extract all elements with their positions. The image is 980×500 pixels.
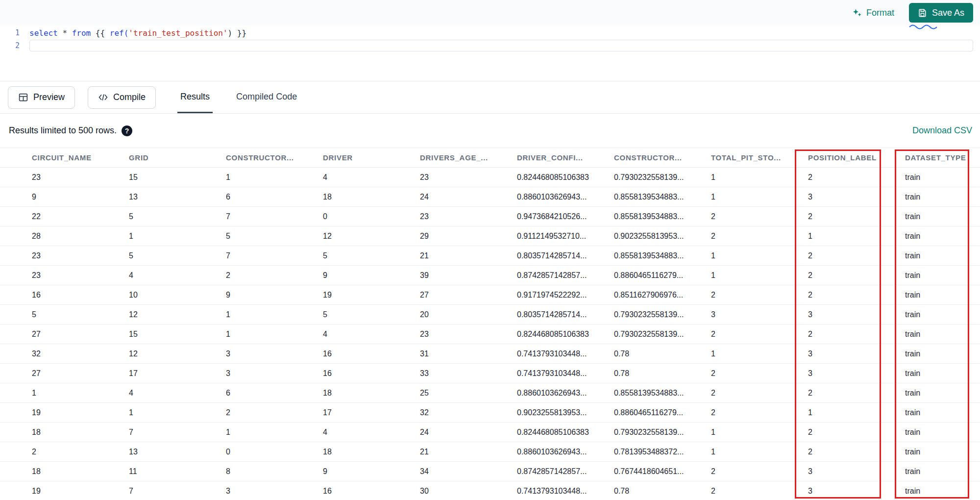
table-cell: 18 <box>323 389 420 398</box>
table-cell: 0.8860103626943... <box>517 193 614 201</box>
table-cell: 16 <box>323 369 420 378</box>
table-row[interactable]: 1610919270.9171974522292...0.85116279069… <box>0 285 980 305</box>
table-cell: 16 <box>323 350 420 358</box>
table-row[interactable]: 271514230.8244680851063830.7930232558139… <box>0 325 980 344</box>
table-cell: 17 <box>323 408 420 417</box>
table-row[interactable]: 14618250.8860103626943...0.8558139534883… <box>0 383 980 403</box>
preview-button[interactable]: Preview <box>8 86 75 109</box>
table-cell: 39 <box>420 271 517 280</box>
table-cell: 29 <box>420 232 517 241</box>
code-content[interactable]: select * from {{ ref('train_test_positio… <box>29 27 973 39</box>
column-header[interactable]: CONSTRUCTOR... <box>226 153 323 162</box>
table-cell: 12 <box>129 310 226 319</box>
table-cell: train <box>905 428 980 437</box>
code-editor[interactable]: 1select * from {{ ref('train_test_positi… <box>0 25 980 81</box>
table-cell: 23 <box>32 251 129 260</box>
table-cell: 19 <box>323 291 420 300</box>
table-cell: 9 <box>226 291 323 300</box>
compile-button-label: Compile <box>113 92 146 102</box>
table-cell: 1 <box>808 232 905 241</box>
table-cell: 0.8035714285714... <box>517 310 614 319</box>
table-cell: 23 <box>32 173 129 182</box>
column-header[interactable]: DRIVERS_AGE_... <box>420 153 517 162</box>
column-header[interactable]: GRID <box>129 153 226 162</box>
table-cell: 2 <box>226 271 323 280</box>
table-cell: train <box>905 193 980 201</box>
table-row[interactable]: 51215200.8035714285714...0.7930232558139… <box>0 305 980 325</box>
table-cell: 0.7930232558139... <box>614 428 711 437</box>
code-content[interactable] <box>29 40 973 51</box>
table-row[interactable]: 18714240.8244680851063830.7930232558139.… <box>0 423 980 442</box>
download-csv-link[interactable]: Download CSV <box>912 125 972 136</box>
table-cell: train <box>905 271 980 280</box>
table-cell: 5 <box>323 251 420 260</box>
table-cell: 34 <box>420 467 517 476</box>
table-cell: 1 <box>711 173 808 182</box>
table-cell: 32 <box>420 408 517 417</box>
table-header: CIRCUIT_NAMEGRIDCONSTRUCTOR...DRIVERDRIV… <box>0 148 980 168</box>
table-cell: 0.9473684210526... <box>517 212 614 221</box>
code-line[interactable]: 2 <box>0 39 980 52</box>
table-cell: 2 <box>711 212 808 221</box>
column-header[interactable]: DRIVER_CONFI... <box>517 153 614 162</box>
table-cell: 10 <box>129 291 226 300</box>
table-cell: train <box>905 212 980 221</box>
column-header[interactable]: DRIVER <box>323 153 420 162</box>
table-row[interactable]: 197316300.7413793103448...0.7823train <box>0 481 980 500</box>
table-cell: 18 <box>323 448 420 456</box>
sql-ide-app: Format Save As 1select * from {{ ref('tr… <box>0 0 980 500</box>
table-row[interactable]: 231514230.8244680851063830.7930232558139… <box>0 168 980 187</box>
table-cell: 16 <box>323 487 420 496</box>
compile-button[interactable]: Compile <box>88 86 156 109</box>
table-cell: 21 <box>420 448 517 456</box>
column-header[interactable]: DATASET_TYPE <box>905 153 980 162</box>
table-cell: 2 <box>711 330 808 339</box>
format-button[interactable]: Format <box>852 8 894 18</box>
table-cell: 3 <box>808 369 905 378</box>
tab-compiled-code[interactable]: Compiled Code <box>233 81 300 113</box>
save-as-button[interactable]: Save As <box>909 3 973 23</box>
table-cell: 15 <box>129 330 226 339</box>
column-header[interactable]: CIRCUIT_NAME <box>32 153 129 162</box>
table-row[interactable]: 913618240.8860103626943...0.855813953488… <box>0 187 980 207</box>
table-cell: 9 <box>323 271 420 280</box>
table-cell: 3 <box>226 487 323 496</box>
table-cell: 0.824468085106383 <box>517 330 614 339</box>
table-row[interactable]: 181189340.8742857142857...0.767441860465… <box>0 462 980 481</box>
column-header[interactable]: POSITION_LABEL <box>808 153 905 162</box>
results-limit-wrap: Results limited to 500 rows. ? <box>9 125 132 136</box>
table-row[interactable]: 281512290.9112149532710...0.902325581395… <box>0 226 980 246</box>
table-row[interactable]: 2717316330.7413793103448...0.7823train <box>0 364 980 383</box>
table-cell: 24 <box>420 428 517 437</box>
table-cell: 0.78 <box>614 487 711 496</box>
table-cell: 23 <box>420 173 517 182</box>
table-cell: train <box>905 448 980 456</box>
table-cell: 27 <box>32 330 129 339</box>
table-row[interactable]: 213018210.8860103626943...0.781395348837… <box>0 442 980 462</box>
table-cell: 13 <box>129 448 226 456</box>
table-cell: 1 <box>129 408 226 417</box>
table-row[interactable]: 3212316310.7413793103448...0.7813train <box>0 344 980 364</box>
table-cell: 23 <box>420 330 517 339</box>
sparkles-icon <box>852 8 862 18</box>
table-row[interactable]: 22570230.9473684210526...0.8558139534883… <box>0 207 980 226</box>
help-icon[interactable]: ? <box>122 125 132 136</box>
table-row[interactable]: 191217320.9023255813953...0.886046511627… <box>0 403 980 423</box>
format-button-label: Format <box>866 8 894 18</box>
table-cell: 0.7930232558139... <box>614 310 711 319</box>
table-cell: 2 <box>711 369 808 378</box>
table-cell: 9 <box>32 193 129 201</box>
table-cell: 4 <box>129 389 226 398</box>
tab-results[interactable]: Results <box>177 81 213 113</box>
action-bar: Preview Compile ResultsCompiled Code <box>0 81 980 114</box>
table-row[interactable]: 23575210.8035714285714...0.8558139534883… <box>0 246 980 266</box>
table-cell: train <box>905 173 980 182</box>
table-cell: 21 <box>420 251 517 260</box>
table-cell: 3 <box>808 310 905 319</box>
column-header[interactable]: TOTAL_PIT_STO... <box>711 153 808 162</box>
column-header[interactable]: CONSTRUCTOR... <box>614 153 711 162</box>
blue-scribble-annotation <box>908 23 939 29</box>
table-cell: 0.8860103626943... <box>517 448 614 456</box>
code-line[interactable]: 1select * from {{ ref('train_test_positi… <box>0 26 980 39</box>
table-row[interactable]: 23429390.8742857142857...0.8860465116279… <box>0 266 980 285</box>
